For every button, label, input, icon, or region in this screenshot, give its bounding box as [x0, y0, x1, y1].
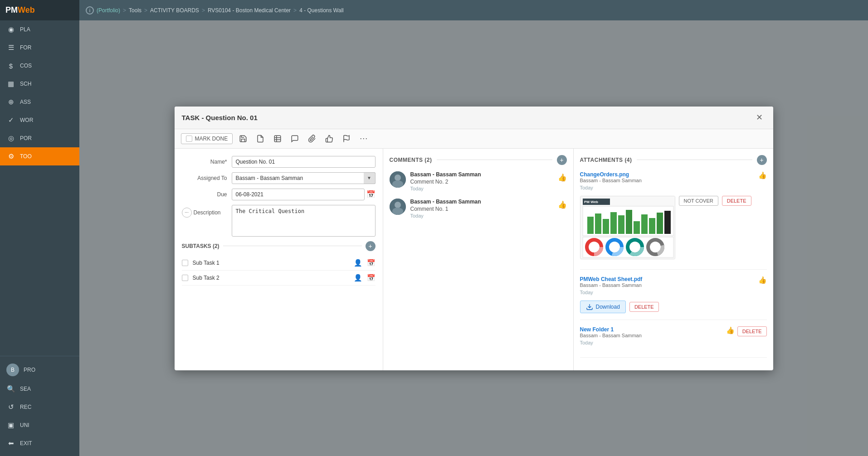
desc-label-wrapper: ··· Description — [182, 205, 227, 218]
sidebar-item-exit[interactable]: ⬅ EXIT — [0, 434, 79, 452]
subtask-2-calendar-icon[interactable]: 📅 — [367, 274, 375, 282]
attachment-2-delete-button[interactable]: DELETE — [629, 302, 659, 312]
sidebar-item-ass[interactable]: ⊕ ASS — [0, 93, 79, 111]
svg-rect-25 — [664, 211, 671, 234]
download-button[interactable]: Download — [580, 301, 626, 313]
add-subtask-button[interactable]: + — [366, 241, 375, 251]
attachments-title: ATTACHMENTS (4) — [580, 157, 632, 163]
table-button[interactable] — [271, 132, 284, 146]
pla-icon: ◉ — [6, 25, 15, 34]
sidebar-item-pla[interactable]: ◉ PLA — [0, 20, 79, 39]
sidebar-item-label: SEA — [20, 386, 31, 392]
attachment-1-filename[interactable]: ChangeOrders.png — [580, 171, 642, 178]
attachment-3-header: New Folder 1 Bassam - Bassam Samman Toda… — [580, 326, 767, 349]
for-icon: ☰ — [6, 43, 15, 52]
modal-body: Name* Assigned To Bassam - Bassam Samman… — [175, 149, 773, 370]
svg-point-7 — [392, 180, 403, 188]
attachments-header: ATTACHMENTS (4) + — [580, 155, 767, 165]
sidebar-item-por[interactable]: ◎ POR — [0, 129, 79, 147]
sidebar-item-wor[interactable]: ✓ WOR — [0, 111, 79, 129]
sidebar-item-uni[interactable]: ▣ UNI — [0, 416, 79, 434]
subtask-2-assign-icon[interactable]: 👤 — [354, 274, 362, 282]
sidebar-item-too[interactable]: ⚙ TOO — [0, 147, 79, 165]
subtask-row: Sub Task 2 👤 📅 — [182, 271, 375, 286]
name-label: Name* — [182, 159, 227, 165]
download-label: Download — [596, 304, 620, 310]
content-area: TASK - Question No. 01 ✕ MARK DONE — [79, 20, 868, 456]
attachment-1-like[interactable]: 👍 — [758, 171, 767, 179]
breadcrumb-portfolio[interactable]: (Portfolio) — [97, 7, 120, 14]
breadcrumb-tools: Tools — [129, 7, 141, 14]
comment-text-2: Comment No. 1 — [410, 206, 553, 212]
info-icon[interactable]: i — [86, 6, 94, 15]
save-button[interactable] — [236, 132, 250, 146]
sidebar-item-cos[interactable]: $ COS — [0, 57, 79, 75]
svg-rect-23 — [649, 218, 655, 234]
subtask-1-calendar-icon[interactable]: 📅 — [367, 259, 375, 267]
description-textarea[interactable]: The Critical Question — [232, 205, 375, 237]
sidebar-item-pro[interactable]: B PRO — [0, 360, 79, 380]
attachment-3-like[interactable]: 👍 — [726, 326, 735, 335]
attach-button[interactable] — [305, 132, 319, 146]
attachment-2-like[interactable]: 👍 — [758, 276, 767, 284]
sidebar-item-label: WOR — [20, 117, 33, 123]
attachment-2-author: Bassam - Bassam Samman — [580, 282, 643, 288]
svg-rect-16 — [595, 213, 601, 234]
attachment-2-filename[interactable]: PMWeb Cheat Sheet.pdf — [580, 276, 643, 282]
due-date-input[interactable] — [232, 189, 365, 200]
flag-button[interactable] — [340, 132, 353, 146]
comments-panel: COMMENTS (2) + Bassam - Bassam Samman Co… — [383, 149, 574, 370]
comment-avatar-2 — [390, 199, 406, 215]
due-field-row: Due 📅 — [182, 189, 375, 200]
comment-like-2[interactable]: 👍 — [558, 199, 567, 218]
attachment-3-filename[interactable]: New Folder 1 — [580, 326, 642, 333]
subtasks-header: SUBTASKS (2) + — [182, 241, 375, 251]
sidebar-item-label: UNI — [20, 422, 29, 428]
attachment-1-delete-button[interactable]: DELETE — [722, 196, 751, 206]
close-button[interactable]: ✕ — [753, 111, 766, 124]
attachment-3-delete-button[interactable]: DELETE — [737, 326, 767, 336]
mark-done-label: MARK DONE — [195, 136, 228, 142]
assigned-select-wrapper: Bassam - Bassam Samman ▼ — [232, 172, 375, 184]
sidebar-item-label: ASS — [20, 99, 31, 105]
attachment-1-name: ChangeOrders.png Bassam - Bassam Samman … — [580, 171, 642, 194]
name-input[interactable] — [232, 156, 375, 168]
subtask-2-checkbox[interactable] — [182, 275, 188, 281]
svg-rect-22 — [641, 214, 648, 234]
sidebar-item-sch[interactable]: ▦ SCH — [0, 75, 79, 93]
svg-rect-24 — [657, 213, 663, 234]
add-attachment-button[interactable]: + — [757, 155, 767, 165]
assigned-select[interactable]: Bassam - Bassam Samman — [232, 172, 375, 184]
svg-rect-15 — [587, 217, 594, 234]
calendar-icon[interactable]: 📅 — [366, 190, 375, 199]
svg-rect-0 — [274, 136, 281, 142]
select-arrow-icon: ▼ — [364, 172, 375, 184]
comments-header: COMMENTS (2) + — [390, 155, 567, 165]
sidebar-item-for[interactable]: ☰ FOR — [0, 39, 79, 57]
sidebar-item-sea[interactable]: 🔍 SEA — [0, 380, 79, 398]
description-label: Description — [194, 209, 221, 216]
export-button[interactable] — [254, 132, 267, 146]
attachments-divider — [637, 160, 752, 160]
subtask-1-checkbox[interactable] — [182, 260, 188, 266]
not-cover-button[interactable]: NOT COVER — [679, 196, 718, 206]
due-label: Due — [182, 191, 227, 198]
more-button[interactable]: ··· — [357, 132, 371, 146]
breadcrumb-rvs: RVS0104 - Boston Medical Center — [208, 7, 291, 14]
comment-like-1[interactable]: 👍 — [558, 171, 567, 191]
attachment-1-header: ChangeOrders.png Bassam - Bassam Samman … — [580, 171, 767, 194]
attachment-1-thumbnail: PM Web — [580, 196, 675, 259]
like-button[interactable] — [322, 132, 336, 146]
add-comment-button[interactable]: + — [557, 155, 567, 165]
more-icon: ··· — [360, 134, 368, 143]
subtask-1-assign-icon[interactable]: 👤 — [354, 259, 362, 267]
description-more-button[interactable]: ··· — [182, 208, 192, 218]
topbar: i (Portfolio) > Tools > ACTIVITY BOARDS … — [79, 0, 868, 20]
mark-done-button[interactable]: MARK DONE — [181, 133, 233, 144]
comments-divider — [437, 160, 552, 160]
comment-button[interactable] — [288, 132, 302, 146]
sidebar-item-rec[interactable]: ↺ REC — [0, 398, 79, 416]
por-icon: ◎ — [6, 134, 15, 143]
comment-item: Bassam - Bassam Samman Comment No. 2 Tod… — [390, 171, 567, 191]
modal-header: TASK - Question No. 01 ✕ — [175, 107, 773, 129]
